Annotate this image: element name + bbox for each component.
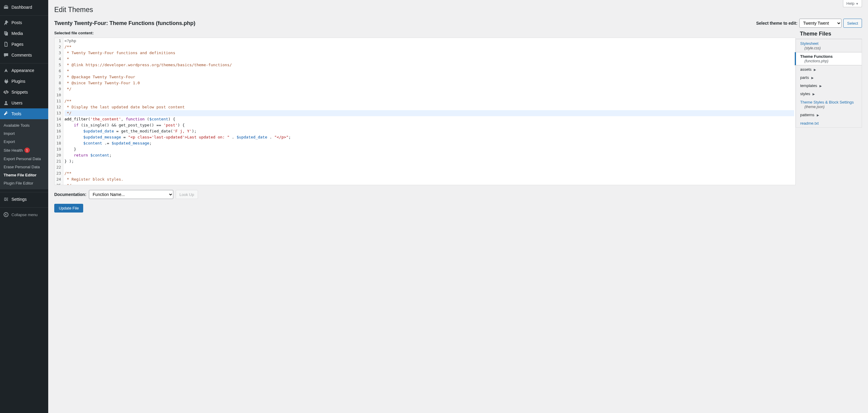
menu-label: Comments xyxy=(11,53,32,58)
submenu-item-export-personal-data[interactable]: Export Personal Data xyxy=(0,155,48,163)
pin-icon xyxy=(3,20,9,26)
folder-parts[interactable]: parts ▶ xyxy=(796,73,862,81)
folder-assets[interactable]: assets ▶ xyxy=(796,65,862,73)
file-heading: Twenty Twenty-Four: Theme Functions (fun… xyxy=(54,20,195,27)
code-editor[interactable]: 1234567891011121314151617181920212223242… xyxy=(54,38,796,185)
pages-icon xyxy=(3,41,9,47)
submenu-item-import[interactable]: Import xyxy=(0,130,48,138)
menu-label: Pages xyxy=(11,42,24,47)
file-readme-txt[interactable]: readme.txt xyxy=(796,119,862,127)
menu-label: Appearance xyxy=(11,68,34,73)
lookup-button: Look Up xyxy=(176,190,198,199)
code-content[interactable]: <?php/** * Twenty Twenty-Four functions … xyxy=(63,38,795,185)
folder-templates[interactable]: templates ▶ xyxy=(796,81,862,90)
chevron-right-icon: ▶ xyxy=(819,84,822,88)
chevron-right-icon: ▶ xyxy=(811,76,814,79)
theme-files-heading: Theme Files xyxy=(796,31,862,37)
admin-sidebar: DashboardPostsMediaPagesCommentsAppearan… xyxy=(0,0,48,413)
appearance-icon xyxy=(3,67,9,73)
plugins-icon xyxy=(3,78,9,84)
svg-point-0 xyxy=(7,198,8,199)
collapse-icon xyxy=(3,212,9,218)
folder-styles[interactable]: styles ▶ xyxy=(796,90,862,98)
file-theme-functions[interactable]: Theme Functions(functions.php) xyxy=(795,52,862,65)
menu-label: Tools xyxy=(11,111,22,116)
menu-item-comments[interactable]: Comments xyxy=(0,50,48,61)
menu-item-posts[interactable]: Posts xyxy=(0,17,48,28)
folder-patterns[interactable]: patterns ▶ xyxy=(796,111,862,119)
menu-label: Dashboard xyxy=(11,5,32,10)
chevron-right-icon: ▶ xyxy=(812,93,815,96)
collapse-menu[interactable]: Collapse menu xyxy=(0,209,48,220)
svg-point-2 xyxy=(7,200,8,201)
media-icon xyxy=(3,30,9,36)
theme-select-label: Select theme to edit: xyxy=(756,21,798,26)
users-icon xyxy=(3,100,9,106)
menu-item-media[interactable]: Media xyxy=(0,28,48,39)
menu-item-tools[interactable]: Tools xyxy=(0,108,48,119)
update-file-button[interactable]: Update File xyxy=(54,204,83,212)
menu-item-appearance[interactable]: Appearance xyxy=(0,65,48,76)
submenu-item-theme-file-editor[interactable]: Theme File Editor xyxy=(0,171,48,179)
tools-icon xyxy=(3,111,9,117)
documentation-label: Documentation: xyxy=(54,192,87,197)
menu-item-plugins[interactable]: Plugins xyxy=(0,76,48,87)
select-button[interactable]: Select xyxy=(843,19,862,28)
documentation-select[interactable]: Function Name... xyxy=(89,190,173,199)
comments-icon xyxy=(3,52,9,58)
svg-point-1 xyxy=(4,199,5,200)
page-title: Edit Themes xyxy=(54,3,862,15)
dashboard-icon xyxy=(3,4,9,10)
svg-point-3 xyxy=(4,212,8,217)
main-content: Help▼ Edit Themes Twenty Twenty-Four: Th… xyxy=(48,0,868,413)
submenu-item-available-tools[interactable]: Available Tools xyxy=(0,121,48,130)
chevron-right-icon: ▶ xyxy=(817,113,819,117)
menu-item-pages[interactable]: Pages xyxy=(0,39,48,50)
submenu-item-plugin-file-editor[interactable]: Plugin File Editor xyxy=(0,179,48,187)
file-theme-styles-block-settings[interactable]: Theme Styles & Block Settings(theme.json… xyxy=(796,98,862,111)
submenu-item-export[interactable]: Export xyxy=(0,138,48,146)
submenu-item-site-health[interactable]: Site Health1 xyxy=(0,146,48,155)
chevron-right-icon: ▶ xyxy=(814,68,816,71)
menu-label: Posts xyxy=(11,20,22,25)
menu-item-snippets[interactable]: Snippets xyxy=(0,87,48,98)
submenu-item-erase-personal-data[interactable]: Erase Personal Data xyxy=(0,163,48,171)
file-stylesheet[interactable]: Stylesheet(style.css) xyxy=(796,39,862,52)
menu-item-dashboard[interactable]: Dashboard xyxy=(0,2,48,13)
menu-label: Media xyxy=(11,31,23,36)
content-label: Selected file content: xyxy=(54,31,796,35)
menu-label: Plugins xyxy=(11,79,25,84)
collapse-label: Collapse menu xyxy=(11,212,38,217)
settings-icon xyxy=(3,196,9,202)
snippets-icon xyxy=(3,89,9,95)
theme-select[interactable]: Twenty Twenty-Four xyxy=(799,19,841,28)
menu-label: Snippets xyxy=(11,90,28,95)
chevron-down-icon: ▼ xyxy=(856,2,859,5)
menu-item-settings[interactable]: Settings xyxy=(0,194,48,205)
menu-label: Settings xyxy=(11,197,27,202)
line-gutter: 1234567891011121314151617181920212223242… xyxy=(55,38,63,185)
files-tree: Stylesheet(style.css)Theme Functions(fun… xyxy=(796,39,862,128)
menu-label: Users xyxy=(11,101,23,105)
menu-item-users[interactable]: Users xyxy=(0,98,48,108)
badge: 1 xyxy=(24,147,30,153)
help-tab[interactable]: Help▼ xyxy=(843,0,862,7)
